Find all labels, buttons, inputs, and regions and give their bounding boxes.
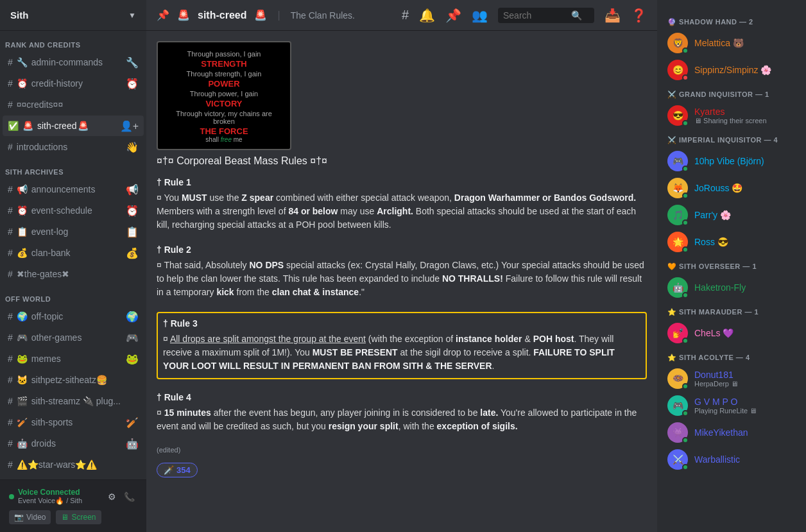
rule-2-block: † Rule 2 ¤ That said, Absolutely NO DPS … — [157, 245, 647, 299]
member-ross[interactable]: 🌟 Ross 😎 — [662, 229, 801, 255]
member-jorouss[interactable]: 🦊 JoRouss 🤩 — [662, 175, 801, 201]
role-grand-inquisitor: ⚔️ GRAND INQUISITOR — 1 — [667, 90, 801, 99]
channel-label: admin-commands — [31, 57, 103, 67]
member-subtext: 🖥 Sharing their screen — [694, 117, 796, 124]
member-chels[interactable]: 💅 CheLs 💜 — [662, 320, 801, 346]
emoji-suffix: 🎮 — [126, 332, 139, 344]
emoji-icon: ⏰ — [17, 78, 28, 89]
inbox-icon[interactable]: 📥 — [604, 8, 621, 23]
creed-line-1: Through passion, I gain — [187, 50, 261, 58]
emoji-icon: 🎮 — [17, 332, 28, 343]
member-name: Donut181 — [694, 370, 796, 380]
rule-1-text: ¤ You MUST use the Z spear combined with… — [157, 191, 647, 232]
channel-sith-streamz[interactable]: # 🎬 sith-streamz 🔌 plug... — [3, 391, 144, 411]
creed-line-2: Through strength, I gain — [187, 70, 262, 78]
member-name: Sippinz/Simpinz 🌸 — [694, 65, 796, 75]
channel-sithpetz[interactable]: # 🐱 sithpetz-sitheatz🍔 — [3, 370, 144, 390]
voice-disconnect-button[interactable]: 📞 — [121, 490, 137, 503]
status-dot — [682, 74, 689, 81]
emoji-suffix: 🔧 — [126, 56, 139, 69]
member-kyartes[interactable]: 😎 Kyartes 🖥 Sharing their screen — [662, 103, 801, 128]
help-icon[interactable]: ❓ — [631, 8, 647, 23]
pin-icon[interactable]: 📌 — [445, 8, 461, 23]
voice-connected-status: Voice Connected Event Voice🔥 / Sith ⚙ 📞 — [5, 485, 141, 508]
member-sippinz[interactable]: 😊 Sippinz/Simpinz 🌸 — [662, 57, 801, 83]
channel-label: credit-history — [31, 78, 83, 89]
search-input[interactable] — [503, 10, 567, 21]
channel-credit-history[interactable]: # ⏰ credit-history ⏰ — [3, 73, 144, 94]
rule-2-title: † Rule 2 — [157, 245, 647, 255]
member-info: Donut181 HerpaDerp 🖥 — [694, 370, 796, 388]
member-avatar: ⚔️ — [667, 449, 688, 470]
screen-button[interactable]: 🖥 Screen — [56, 510, 101, 524]
hash-icon: # — [8, 311, 13, 322]
screen-label: Screen — [71, 513, 96, 522]
video-button[interactable]: 📷 Video — [9, 510, 51, 524]
emoji-suffix: 🤖 — [126, 438, 139, 450]
channel-sith-sports[interactable]: # 🏏 sith-sports 🏏 — [3, 412, 144, 433]
channel-the-gates[interactable]: # ✖the-gates✖ — [3, 264, 144, 284]
members-panel: 🔮 SHADOW HAND — 2 🦁 Melattica 🐻 😊 Sippin… — [657, 0, 806, 532]
channel-star-wars[interactable]: # ⚠️⭐star-wars⭐⚠️ — [3, 454, 144, 475]
member-mikeyikethan[interactable]: 👾 MikeYikethan — [662, 420, 801, 445]
hashtag-icon[interactable]: # — [402, 8, 409, 22]
creed-free-word: free — [221, 136, 232, 143]
member-haketron[interactable]: 🤖 Haketron-Fly — [662, 275, 801, 300]
channel-label: introductions — [17, 142, 67, 152]
emoji-suffix: 📋 — [126, 226, 139, 238]
channel-admin-commands[interactable]: # 🔧 admin-commands 🔧 — [3, 52, 144, 73]
channel-event-schedule[interactable]: # ⏰ event-schedule ⏰ — [3, 200, 144, 221]
server-header[interactable]: Sith ▼ — [0, 0, 146, 31]
member-avatar: 😎 — [667, 105, 688, 126]
channel-off-topic[interactable]: # 🌍 off-topic 🌍 — [3, 306, 144, 327]
hash-icon: # — [8, 142, 13, 152]
member-gvmpo[interactable]: 🎮 G V M P O Playing RuneLite 🖥 — [662, 393, 801, 418]
member-donut181[interactable]: 🍩 Donut181 HerpaDerp 🖥 — [662, 366, 801, 391]
mute-icon[interactable]: 🔔 — [419, 8, 435, 23]
search-bar: 🔍 — [498, 8, 594, 23]
member-name: Kyartes — [694, 107, 796, 117]
member-parry[interactable]: 🎵 Parr'y 🌸 — [662, 202, 801, 228]
hash-icon: # — [8, 459, 13, 470]
sidebar-channels: RANK AND CREDITS # 🔧 admin-commands 🔧 # … — [0, 31, 146, 479]
creed-power: POWER — [208, 79, 239, 89]
member-info: MikeYikethan — [694, 427, 796, 438]
channel-event-log[interactable]: # 📋 event-log 📋 — [3, 221, 144, 242]
member-melattica[interactable]: 🦁 Melattica 🐻 — [662, 30, 801, 56]
rule-1-block: † Rule 1 ¤ You MUST use the Z spear comb… — [157, 177, 647, 232]
emoji-icon: 🌍 — [17, 311, 28, 322]
channel-droids[interactable]: # 🤖 droids 🤖 — [3, 433, 144, 454]
add-member-icon[interactable]: 👤+ — [120, 120, 139, 132]
voice-settings-button[interactable]: ⚙ — [105, 490, 119, 503]
member-10hp[interactable]: 🎮 10hp Vibe (Björn) — [662, 148, 801, 174]
rule-1-title: † Rule 1 — [157, 177, 647, 187]
channel-introductions[interactable]: # introductions 👋 — [3, 137, 144, 157]
members-icon[interactable]: 👥 — [472, 8, 488, 23]
channel-label: sith-streamz 🔌 plug... — [31, 396, 121, 406]
reaction-count: 354 — [176, 465, 191, 475]
emoji-icon: 🤖 — [17, 438, 28, 449]
channel-memes[interactable]: # 🐸 memes 🐸 — [3, 348, 144, 369]
status-dot — [682, 292, 689, 298]
channel-sith-creed[interactable]: ✅ 🚨 sith-creed 🚨 👤+ — [3, 116, 144, 136]
emoji-suffix: ⏰ — [126, 205, 139, 217]
creed-the-force: THE FORCE — [200, 126, 248, 136]
voice-icon-buttons: ⚙ 📞 — [105, 490, 137, 503]
member-warballistic[interactable]: ⚔️ Warballistic — [662, 447, 801, 472]
channel-credits[interactable]: # ¤¤credits¤¤ — [3, 94, 144, 115]
channel-topic: The Clan Rules. — [291, 10, 394, 21]
status-dot — [682, 120, 689, 126]
rule-4-text: ¤ 15 minutes after the event has begun, … — [157, 406, 647, 433]
server-dropdown-arrow: ▼ — [128, 11, 136, 20]
member-name: 10hp Vibe (Björn) — [694, 156, 796, 166]
channel-header-pin-icon: 📌 — [157, 9, 169, 21]
hash-icon: # — [8, 269, 13, 279]
header-icons: # 🔔 📌 👥 🔍 📥 ❓ — [402, 8, 647, 23]
voice-panel: Voice Connected Event Voice🔥 / Sith ⚙ 📞 … — [0, 479, 146, 532]
emoji-icon: 🔧 — [17, 57, 28, 67]
channel-announcements[interactable]: # 📢 announcements 📢 — [3, 179, 144, 200]
channel-clan-bank[interactable]: # 💰 clan-bank 💰 — [3, 243, 144, 263]
channel-other-games[interactable]: # 🎮 other-games 🎮 — [3, 327, 144, 348]
reaction-button[interactable]: 🗡️ 354 — [157, 463, 198, 477]
status-dot — [682, 47, 689, 54]
